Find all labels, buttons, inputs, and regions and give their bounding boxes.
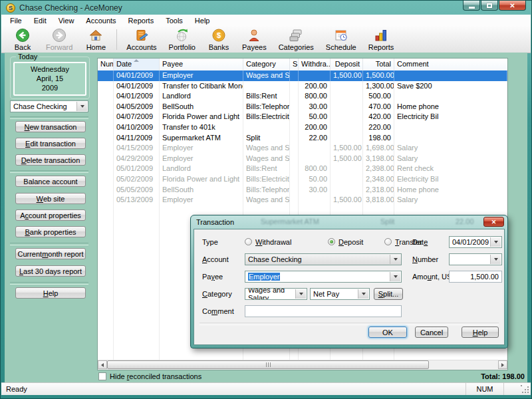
- cell-total: 3,818.00: [363, 195, 394, 205]
- date-picker[interactable]: 04/01/2009: [449, 236, 502, 248]
- withdrawal-radio[interactable]: [245, 238, 252, 245]
- menu-file[interactable]: File: [4, 15, 28, 26]
- deposit-radio-label[interactable]: Deposit: [338, 238, 363, 246]
- column-header-total[interactable]: Total: [363, 59, 394, 70]
- today-date-panel: Wednesday April, 15 2009: [13, 62, 86, 96]
- hide-reconciled-checkbox[interactable]: [98, 372, 106, 380]
- edit-transaction-button[interactable]: Edit transaction: [15, 138, 86, 149]
- cell-total: 1,300.00: [363, 81, 394, 92]
- scrollbar-track[interactable]: [107, 360, 498, 370]
- menu-help[interactable]: Help: [189, 15, 216, 26]
- cell-date: [114, 215, 160, 226]
- status-text: Ready: [6, 385, 27, 393]
- scroll-right-button[interactable]: [498, 360, 507, 369]
- ok-button[interactable]: OK: [368, 327, 407, 338]
- deposit-radio[interactable]: [328, 238, 335, 245]
- new-transaction-button[interactable]: New transaction: [15, 121, 86, 132]
- table-row[interactable]: 05/13/2009EmployerWages and S...1,500.00…: [98, 195, 507, 205]
- split-button[interactable]: Split...: [374, 288, 403, 300]
- cell-num: [98, 215, 114, 226]
- transfer-radio[interactable]: [384, 238, 392, 245]
- forward-button[interactable]: Forward: [40, 27, 78, 53]
- table-row[interactable]: 04/11/2009Supermarket ATMSplit22.00198.0…: [98, 133, 507, 144]
- maximize-button[interactable]: [481, 1, 498, 11]
- cell-withdrawal: 30.00: [299, 102, 331, 112]
- schedule-button[interactable]: Schedule: [320, 27, 362, 53]
- payee-combobox[interactable]: Employer: [245, 271, 402, 283]
- web-site-button[interactable]: Web site: [15, 193, 86, 204]
- menu-view[interactable]: View: [53, 15, 80, 26]
- account-selector[interactable]: Chase Checking: [10, 100, 88, 112]
- schedule-icon: [334, 28, 348, 43]
- table-row[interactable]: 04/15/2009EmployerWages and S...1,500.00…: [98, 143, 507, 154]
- column-header-withdrawal[interactable]: Withdra...: [299, 59, 331, 70]
- current-month-report-button[interactable]: Current month report: [15, 248, 86, 259]
- dialog-close-button[interactable]: ✕: [483, 217, 504, 227]
- back-button[interactable]: Back: [5, 27, 40, 53]
- amount-field[interactable]: 1,500.00: [449, 271, 502, 283]
- cell-date: [114, 299, 160, 309]
- number-dropdown[interactable]: [449, 253, 502, 265]
- minimize-button[interactable]: [463, 1, 480, 11]
- table-row[interactable]: 04/01/2009LandlordBills:Rent800.00500.00: [98, 91, 507, 102]
- balance-account-button[interactable]: Balance account: [15, 176, 86, 187]
- table-row[interactable]: 04/05/2009BellSouthBills:Telephone30.004…: [98, 102, 507, 112]
- delete-transaction-button[interactable]: Delete transaction: [15, 154, 86, 166]
- cell-date: 05/13/2009: [114, 195, 160, 205]
- table-row[interactable]: 04/01/2009EmployerWages and S...1,500.00…: [98, 70, 507, 81]
- grid-header: Num Date Payee Category S Withdra... Dep…: [98, 59, 507, 71]
- table-row[interactable]: 05/05/2009BellSouthBills:Telephone30.002…: [98, 185, 507, 196]
- portfolio-button[interactable]: Portfolio: [163, 27, 201, 53]
- cancel-button[interactable]: Cancel: [415, 327, 448, 338]
- table-row[interactable]: 05/02/2009Florida Power and LightBills:E…: [98, 174, 507, 185]
- categories-button[interactable]: Categories: [273, 27, 320, 53]
- resize-grip[interactable]: [521, 385, 530, 394]
- title-bar[interactable]: S Chase Checking - AceMoney ✕: [1, 1, 531, 15]
- acemoney-window: { "theme": { "frame_teal": "#2e8a84", "c…: [0, 0, 532, 399]
- table-row[interactable]: 04/29/2009EmployerWages and S...1,500.00…: [98, 154, 507, 164]
- help-button-dialog[interactable]: Help: [462, 327, 499, 338]
- table-row[interactable]: 05/01/2009LandlordBills:Rent800.002,398.…: [98, 164, 507, 174]
- subcategory-dropdown[interactable]: Net Pay: [310, 288, 370, 300]
- table-row[interactable]: 04/07/2009Florida Power and LightBills:E…: [98, 112, 507, 122]
- banks-button[interactable]: $ Banks: [201, 27, 236, 53]
- cell-s: [290, 102, 299, 112]
- scrollbar-thumb[interactable]: [107, 360, 429, 369]
- last-30-days-report-button[interactable]: Last 30 days report: [15, 265, 86, 277]
- cell-date: 04/05/2009: [114, 102, 160, 112]
- category-dropdown[interactable]: Wages and Salary: [245, 288, 307, 300]
- table-row[interactable]: 04/01/2009Transfer to Citibank Mone...20…: [98, 81, 507, 92]
- close-button[interactable]: ✕: [499, 1, 526, 11]
- withdrawal-radio-label[interactable]: Withdrawal: [255, 238, 291, 246]
- menu-reports[interactable]: Reports: [122, 15, 160, 26]
- column-header-comment[interactable]: Comment: [394, 59, 507, 70]
- bank-properties-button[interactable]: Bank properties: [15, 226, 86, 237]
- dialog-title-bar[interactable]: Transaction Supermarket ATM Split 22.00 …: [191, 215, 507, 229]
- cell-num: [98, 247, 114, 257]
- column-header-payee[interactable]: Payee: [160, 59, 243, 70]
- menu-edit[interactable]: Edit: [28, 15, 53, 26]
- home-button[interactable]: Home: [78, 27, 113, 53]
- help-button[interactable]: Help: [15, 287, 86, 299]
- accounts-button[interactable]: Accounts: [120, 27, 162, 53]
- column-header-num[interactable]: Num: [98, 59, 114, 70]
- column-header-category[interactable]: Category: [243, 59, 290, 70]
- column-header-date[interactable]: Date: [114, 59, 160, 70]
- horizontal-scrollbar[interactable]: [98, 360, 507, 370]
- comment-field[interactable]: [245, 305, 402, 317]
- reports-button[interactable]: Reports: [362, 27, 400, 53]
- payees-button[interactable]: Payees: [236, 27, 273, 53]
- column-header-deposit[interactable]: Deposit: [331, 59, 363, 70]
- account-dropdown[interactable]: Chase Checking: [245, 253, 402, 265]
- table-row-empty: [98, 350, 507, 360]
- menu-tools[interactable]: Tools: [160, 15, 189, 26]
- menu-accounts[interactable]: Accounts: [80, 15, 122, 26]
- table-row[interactable]: 04/10/2009Transfer to 401k200.00220.00: [98, 122, 507, 133]
- minimize-icon: [469, 7, 475, 9]
- account-properties-button[interactable]: Account properties: [15, 209, 86, 221]
- cell-deposit: 1,500.00: [331, 154, 363, 164]
- date-value: 04/01/2009: [452, 238, 489, 246]
- column-header-s[interactable]: S: [290, 59, 299, 70]
- scroll-left-button[interactable]: [98, 360, 107, 369]
- cell-total: 2,398.00: [363, 164, 394, 174]
